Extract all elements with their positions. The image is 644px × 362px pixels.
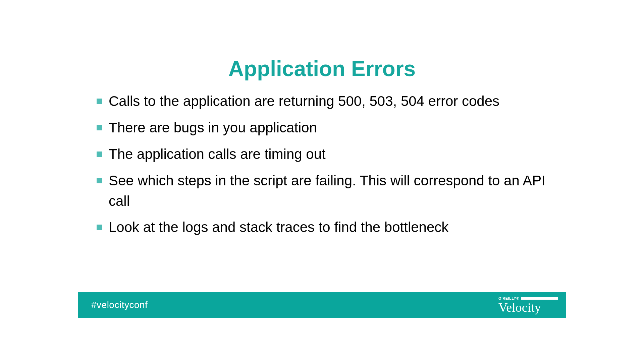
bullet-item: Calls to the application are returning 5… xyxy=(97,91,549,112)
bullet-item: See which steps in the script are failin… xyxy=(97,171,549,212)
slide-footer: #velocityconf O'REILLY® Velocity xyxy=(78,292,566,318)
velocity-logo: O'REILLY® Velocity xyxy=(498,296,558,314)
bullet-item: The application calls are timing out xyxy=(97,144,549,165)
logo-top-row: O'REILLY® xyxy=(498,296,558,300)
slide-title: Application Errors xyxy=(78,56,566,81)
velocity-text: Velocity xyxy=(498,301,541,314)
slide-content: Application Errors Calls to the applicat… xyxy=(78,44,566,318)
logo-bar-icon xyxy=(521,297,558,300)
bullet-item: There are bugs in you application xyxy=(97,118,549,138)
bullet-list: Calls to the application are returning 5… xyxy=(78,91,566,238)
oreilly-text: O'REILLY® xyxy=(498,296,519,300)
footer-hashtag: #velocityconf xyxy=(91,300,148,310)
bullet-item: Look at the logs and stack traces to fin… xyxy=(97,217,549,238)
